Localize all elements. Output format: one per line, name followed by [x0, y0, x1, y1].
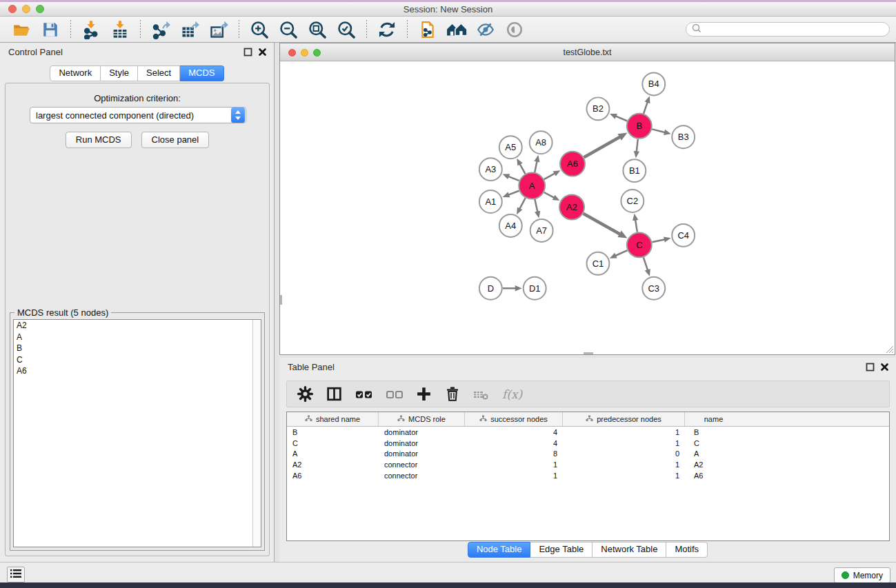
- column-header-successor-nodes[interactable]: successor nodes: [465, 412, 563, 426]
- edge-A-A1[interactable]: [508, 191, 519, 195]
- close-panel-icon[interactable]: [258, 47, 267, 59]
- edge-A-A7[interactable]: [535, 199, 537, 212]
- table-cell: C: [685, 439, 742, 447]
- mcds-list-scrollbar[interactable]: [252, 320, 261, 547]
- mcds-result-item[interactable]: A2: [14, 320, 261, 332]
- zoom-in-icon[interactable]: [249, 19, 270, 40]
- gear-icon[interactable]: [297, 385, 314, 403]
- float-table-panel-icon[interactable]: [866, 362, 875, 374]
- resize-grip-icon[interactable]: [884, 344, 894, 354]
- network-minimize-button[interactable]: [301, 49, 308, 57]
- tab-node-table[interactable]: Node Table: [468, 542, 531, 558]
- table-row[interactable]: Bdominator41B: [287, 427, 889, 438]
- mcds-result-item[interactable]: B: [14, 343, 261, 354]
- edge-C-C1[interactable]: [615, 250, 628, 256]
- column-header-predecessor-nodes[interactable]: predecessor nodes: [563, 412, 685, 426]
- close-window-button[interactable]: [8, 5, 17, 13]
- import-table-icon[interactable]: [110, 19, 130, 40]
- tab-motifs[interactable]: Motifs: [666, 542, 708, 558]
- edge-C-C3[interactable]: [644, 257, 648, 270]
- task-history-button[interactable]: [7, 567, 25, 582]
- float-panel-icon[interactable]: [243, 47, 252, 59]
- columns-icon[interactable]: [326, 385, 343, 403]
- mcds-result-item[interactable]: A: [14, 332, 261, 343]
- tab-network[interactable]: Network: [50, 65, 101, 81]
- open-icon[interactable]: [11, 19, 32, 40]
- table-row[interactable]: Adominator80A: [287, 448, 889, 459]
- column-header-name[interactable]: name: [685, 412, 742, 426]
- tab-select[interactable]: Select: [138, 65, 180, 81]
- zoom-out-icon[interactable]: [278, 19, 299, 40]
- edge-A-A5[interactable]: [519, 163, 525, 174]
- tab-style[interactable]: Style: [101, 65, 138, 81]
- tab-mcds[interactable]: MCDS: [180, 65, 223, 81]
- mcds-result-item[interactable]: C: [14, 354, 261, 366]
- import-network-icon[interactable]: [81, 19, 101, 40]
- edge-A-A4[interactable]: [519, 198, 526, 210]
- minimize-window-button[interactable]: [22, 5, 30, 13]
- arrowhead-icon: [645, 96, 650, 103]
- edge-A-A6[interactable]: [544, 173, 555, 179]
- checked-pair-icon[interactable]: [355, 386, 374, 403]
- edge-B-B3[interactable]: [652, 129, 665, 132]
- edge-A-A2[interactable]: [544, 192, 555, 198]
- node-label-A2: A2: [566, 202, 577, 212]
- network-canvas[interactable]: AA1A2A3A4A5A6A7A8BB1B2B3B4CC1C2C3C4DD1: [281, 61, 894, 354]
- edge-A6-B[interactable]: [584, 136, 621, 157]
- edge-A2-C[interactable]: [584, 214, 621, 234]
- edge-B-B4[interactable]: [644, 101, 648, 113]
- arrowhead-icon: [515, 285, 522, 291]
- close-panel-button[interactable]: Close panel: [141, 132, 210, 148]
- network-file-icon[interactable]: [417, 19, 438, 40]
- table-row[interactable]: A6connector11A6: [287, 470, 889, 481]
- mcds-result-item[interactable]: A6: [14, 365, 261, 377]
- export-table-icon[interactable]: [179, 19, 200, 40]
- save-icon[interactable]: [40, 19, 61, 40]
- table-row[interactable]: A2connector11A2: [287, 459, 889, 470]
- criterion-dropdown[interactable]: largest connected component (directed): [30, 107, 246, 123]
- unchecked-pair-icon[interactable]: [386, 386, 404, 403]
- memory-status-icon: [842, 571, 849, 579]
- close-table-panel-icon[interactable]: [880, 362, 889, 374]
- node-label-A6: A6: [567, 159, 578, 169]
- edge-C-C4[interactable]: [652, 239, 665, 242]
- column-header-shared-name[interactable]: shared name: [287, 412, 379, 426]
- export-image-icon[interactable]: [208, 19, 229, 40]
- mcds-result-list[interactable]: A2ABCA6: [13, 319, 261, 547]
- eye-slash-icon[interactable]: [475, 19, 496, 40]
- network-zoom-button[interactable]: [313, 49, 321, 57]
- network-close-button[interactable]: [288, 49, 296, 57]
- run-mcds-button[interactable]: Run MCDS: [66, 132, 132, 148]
- tab-edge-table[interactable]: Edge Table: [530, 542, 593, 558]
- export-network-icon[interactable]: [150, 19, 171, 40]
- arrowhead-icon: [664, 130, 671, 135]
- node-label-C4: C4: [677, 230, 689, 241]
- node-label-B1: B1: [629, 165, 640, 176]
- edge-B-B1[interactable]: [637, 139, 638, 152]
- plus-icon[interactable]: [415, 385, 432, 403]
- toolbar-separator: [239, 20, 239, 39]
- tab-network-table[interactable]: Network Table: [593, 542, 666, 558]
- zoom-fit-icon[interactable]: [307, 19, 328, 40]
- eye-icon[interactable]: [504, 19, 525, 40]
- table-cell: A6: [287, 472, 379, 480]
- edge-B-B2[interactable]: [615, 116, 627, 121]
- trash-icon[interactable]: [444, 385, 461, 403]
- column-label: MCDS role: [408, 415, 446, 423]
- edge-A-A3[interactable]: [508, 176, 519, 181]
- edge-A-A8[interactable]: [535, 161, 537, 172]
- mcds-tab-content: Optimization criterion: largest connecte…: [5, 83, 270, 556]
- refresh-icon[interactable]: [377, 19, 397, 40]
- edge-C-C2[interactable]: [635, 219, 637, 232]
- search-input[interactable]: [686, 22, 890, 37]
- zoom-selected-icon[interactable]: [336, 19, 357, 40]
- node-label-B2: B2: [593, 103, 604, 114]
- zoom-window-button[interactable]: [36, 5, 44, 13]
- grid-delete-icon: [472, 386, 489, 403]
- memory-button[interactable]: Memory: [834, 567, 890, 583]
- homes-icon[interactable]: [446, 19, 467, 40]
- node-label-B3: B3: [678, 132, 689, 142]
- table-row[interactable]: Cdominator41C: [287, 438, 889, 449]
- table-cell: A2: [287, 460, 379, 469]
- column-header-MCDS-role[interactable]: MCDS role: [379, 412, 465, 426]
